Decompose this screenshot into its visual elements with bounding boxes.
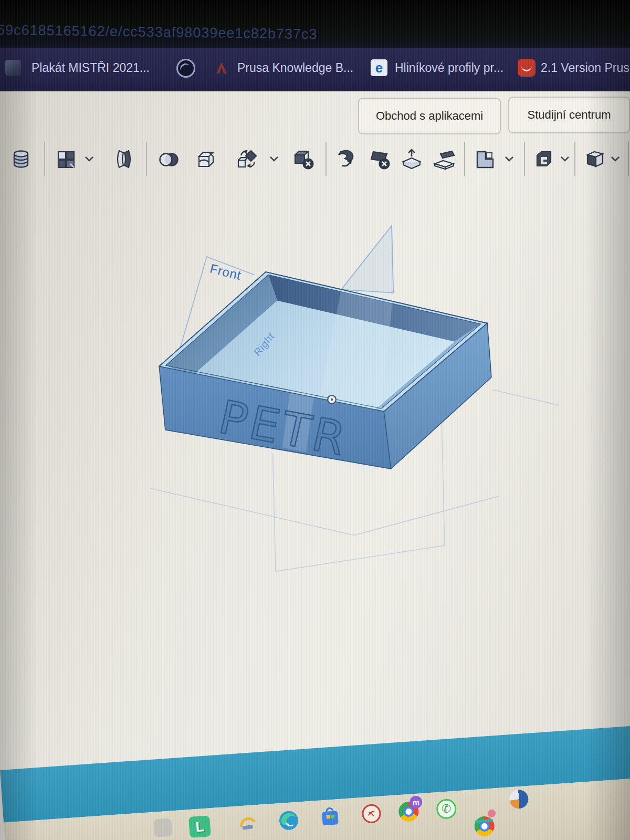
chevron-down-icon[interactable] [84, 155, 94, 162]
section-cube-icon[interactable] [581, 146, 608, 173]
app-store-button[interactable]: Obchod s aplikacemi [358, 98, 501, 134]
toolbar-divider [574, 142, 575, 176]
toolbar-divider [524, 142, 525, 176]
globe-favicon[interactable] [176, 59, 195, 78]
delete-part-icon[interactable] [290, 146, 317, 173]
loft-icon[interactable] [110, 146, 138, 173]
bookmark-hlinikove[interactable]: Hliníkové profily pr... [395, 61, 503, 75]
bookmark-plakat[interactable]: Plakát MISTŘI 2021... [32, 61, 150, 75]
toolbar-divider [146, 142, 147, 176]
learning-center-button[interactable]: Studijní centrum [508, 97, 630, 133]
red-ring-app-icon[interactable] [361, 804, 381, 824]
chevron-down-icon[interactable] [610, 155, 621, 162]
delete-face-icon[interactable] [366, 146, 394, 173]
vertex-marker[interactable] [328, 395, 336, 404]
chevron-down-icon[interactable] [504, 155, 514, 162]
extract-surface-icon[interactable] [398, 146, 425, 173]
m-badge: m [409, 795, 423, 809]
pinned-gray-app-icon[interactable] [153, 818, 172, 837]
chrome-notification-badge [488, 809, 496, 817]
shopping-bag-favicon[interactable] [518, 59, 536, 77]
photographed-screen: 59c6185165162/e/cc533af98039ee1c82b737c3… [0, 0, 630, 840]
front-plane-label[interactable]: Front [208, 261, 243, 282]
bookmark-version[interactable]: 2.1 Version Prus [541, 61, 629, 75]
bookmark-prusa[interactable]: Prusa Knowledge B... [237, 61, 353, 75]
prusa-favicon[interactable] [216, 62, 227, 74]
move-face-icon[interactable] [333, 146, 360, 173]
right-plane[interactable] [341, 226, 393, 293]
box-model[interactable]: PETR [159, 272, 491, 475]
toolbar-divider [464, 142, 465, 176]
chrome-with-m-badge-icon[interactable]: m [398, 801, 419, 823]
ms-edge-icon[interactable] [278, 810, 300, 832]
intersect-circles-icon[interactable] [155, 146, 183, 173]
image-favicon[interactable] [5, 60, 21, 76]
toolbar-divider [326, 142, 327, 176]
yellow-folder-app-icon[interactable] [237, 812, 259, 834]
whatsapp-icon[interactable]: ✆ [436, 799, 457, 820]
shell-icon[interactable] [530, 146, 558, 173]
enclose-icon[interactable] [430, 146, 458, 173]
browser-chrome-dark: 59c6185165162/e/cc533af98039ee1c82b737c3 [0, 0, 630, 48]
microsoft-store-icon[interactable] [319, 806, 340, 827]
transform-icon[interactable] [233, 146, 260, 173]
toolbar-divider [628, 142, 629, 176]
edge-e-letter: e [371, 59, 387, 76]
split-icon[interactable] [192, 146, 219, 173]
pie-chart-app-icon[interactable] [509, 789, 529, 809]
address-bar-url[interactable]: 59c6185165162/e/cc533af98039ee1c82b737c3 [0, 22, 318, 43]
toolbar-divider [44, 142, 45, 176]
boolean-quad-icon[interactable] [52, 146, 80, 173]
chevron-down-icon[interactable] [560, 155, 570, 162]
green-l-app-icon[interactable]: L [188, 815, 211, 838]
fillet-corner-icon[interactable] [471, 146, 499, 173]
bookmarks-bar: Plakát MISTŘI 2021... Prusa Knowledge B.… [0, 48, 630, 91]
edge-e-favicon[interactable]: e [371, 59, 387, 76]
revolve-cylinder-icon[interactable] [7, 146, 35, 173]
chevron-down-icon[interactable] [269, 155, 279, 162]
